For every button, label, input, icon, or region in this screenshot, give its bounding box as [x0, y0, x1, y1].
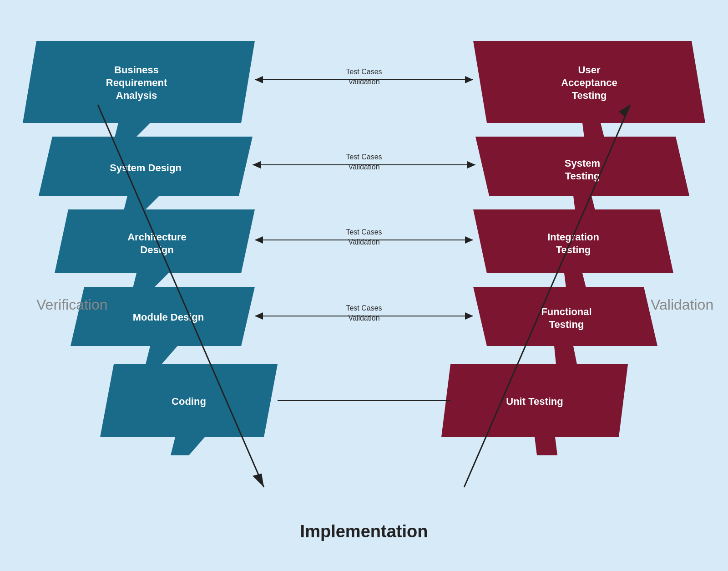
business-req-label2: Requirement [106, 77, 167, 88]
functional-testing-label: Functional [541, 306, 592, 317]
uat-label: User [578, 64, 601, 76]
arrow-4-label: Test Cases [346, 304, 382, 312]
business-req-label3: Analysis [116, 90, 157, 101]
implementation-label: Implementation [300, 522, 428, 541]
system-testing-label: System [565, 158, 600, 169]
integration-testing-label2: Testing [556, 244, 591, 255]
uat-label3: Testing [572, 90, 607, 101]
system-design-label: System Design [110, 162, 182, 173]
arrow-1-label2: Validation [348, 78, 379, 86]
business-req-label: Business [114, 64, 159, 76]
arrow-4-label2: Validation [348, 314, 379, 322]
unit-testing-label: Unit Testing [506, 396, 563, 407]
uat-label2: Acceptance [561, 77, 617, 88]
v-model-diagram: Business Requirement Analysis System Des… [0, 0, 728, 571]
functional-testing-label2: Testing [549, 319, 584, 330]
coding-label: Coding [172, 396, 206, 407]
module-design-label: Module Design [133, 311, 204, 323]
arrow-3-label: Test Cases [346, 228, 382, 236]
system-testing-label2: Testing [565, 170, 600, 182]
verification-label: Verification [36, 296, 108, 313]
arrow-2-label2: Validation [348, 163, 379, 171]
arrow-3-label2: Validation [348, 238, 379, 246]
arrow-2-label: Test Cases [346, 153, 382, 161]
validation-label: Validation [651, 296, 713, 313]
arch-design-label2: Design [140, 244, 173, 255]
arrow-1-label: Test Cases [346, 68, 382, 76]
